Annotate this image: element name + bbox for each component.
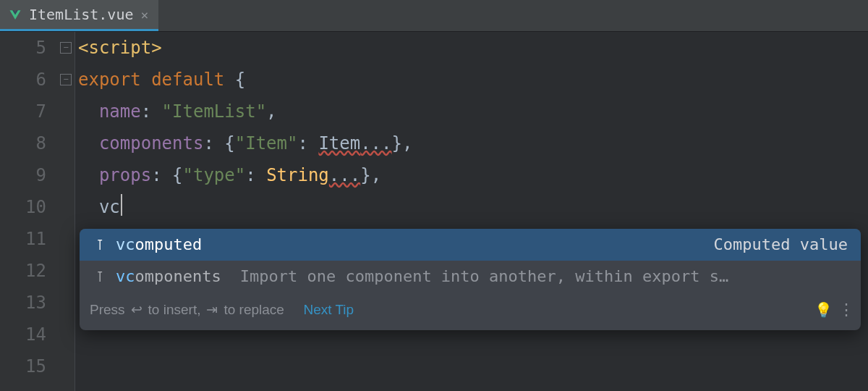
code-text: Item: [318, 133, 360, 154]
tab-key-icon: ⇥: [206, 295, 218, 324]
fold-gutter: [58, 32, 75, 391]
code-text: "ItemList": [162, 101, 267, 122]
code-text: {: [224, 133, 234, 154]
line-number: 5: [0, 32, 46, 64]
code-text: props: [99, 165, 151, 185]
file-tab[interactable]: ItemList.vue ×: [0, 0, 158, 31]
code-text: :: [151, 165, 161, 185]
code-text: components: [99, 133, 204, 154]
enter-key-icon: ↩: [131, 295, 142, 324]
hint-text: Press: [90, 295, 125, 324]
text-caret: [121, 194, 122, 216]
code-text: "type": [183, 165, 246, 185]
completion-item[interactable]: ⊺ vcomponents Import one component into …: [80, 261, 861, 293]
code-text: :: [297, 133, 307, 154]
fold-toggle-icon[interactable]: [60, 74, 72, 85]
code-text: ...: [360, 133, 391, 154]
completion-popup: ⊺ vcomputed Computed value ⊺ vcomponents…: [80, 229, 861, 330]
fold-toggle-icon[interactable]: [60, 42, 72, 54]
vue-file-icon: [9, 8, 22, 21]
live-template-icon: ⊺: [93, 230, 107, 259]
line-number: 10: [0, 191, 46, 223]
line-number: 9: [0, 159, 46, 191]
code-text: vc: [99, 197, 120, 217]
code-text: {: [235, 70, 245, 90]
line-number: 13: [0, 287, 46, 319]
code-text: export: [78, 70, 141, 90]
code-text: :: [141, 101, 151, 122]
line-number: 6: [0, 64, 46, 96]
line-number-gutter: 5 6 7 8 9 10 11 12 13 14 15: [0, 32, 58, 391]
completion-footer: Press ↩ to insert, ⇥ to replace Next Tip…: [80, 293, 861, 330]
code-text: :: [203, 133, 213, 154]
line-number: 12: [0, 255, 46, 287]
completion-item-name: vcomponents: [116, 262, 221, 291]
hint-text: to insert,: [148, 295, 201, 324]
next-tip-link[interactable]: Next Tip: [303, 295, 354, 324]
line-number: 7: [0, 96, 46, 127]
completion-item-desc: Computed value: [714, 230, 848, 259]
line-number: 8: [0, 127, 46, 159]
tab-filename: ItemList.vue: [29, 6, 134, 23]
more-icon[interactable]: ⋮: [838, 305, 852, 315]
line-number: 14: [0, 319, 46, 350]
code-text: :: [245, 165, 255, 185]
code-text: default: [151, 70, 224, 90]
code-text: },: [392, 133, 413, 154]
code-text: ...: [329, 165, 360, 185]
code-text: name: [99, 101, 141, 122]
code-text: {: [172, 165, 182, 185]
code-text: ,: [266, 101, 276, 122]
tab-bar: ItemList.vue ×: [0, 0, 868, 32]
completion-item-desc: Import one component into another, withi…: [240, 262, 848, 291]
completion-item[interactable]: ⊺ vcomputed Computed value: [80, 229, 861, 261]
hint-text: to replace: [224, 295, 284, 324]
line-number: 11: [0, 223, 46, 255]
editor[interactable]: 5 6 7 8 9 10 11 12 13 14 15 <script> exp…: [0, 32, 868, 391]
code-text: String: [266, 165, 329, 185]
code-area[interactable]: <script> export default { name: "ItemLis…: [75, 32, 868, 391]
completion-item-name: vcomputed: [116, 230, 202, 259]
line-number: 15: [0, 350, 46, 382]
code-text: },: [360, 165, 381, 185]
live-template-icon: ⊺: [93, 262, 107, 291]
code-text: <script>: [78, 38, 162, 58]
lightbulb-icon[interactable]: 💡: [814, 295, 833, 324]
close-icon[interactable]: ×: [141, 7, 149, 22]
code-text: "Item": [235, 133, 298, 154]
